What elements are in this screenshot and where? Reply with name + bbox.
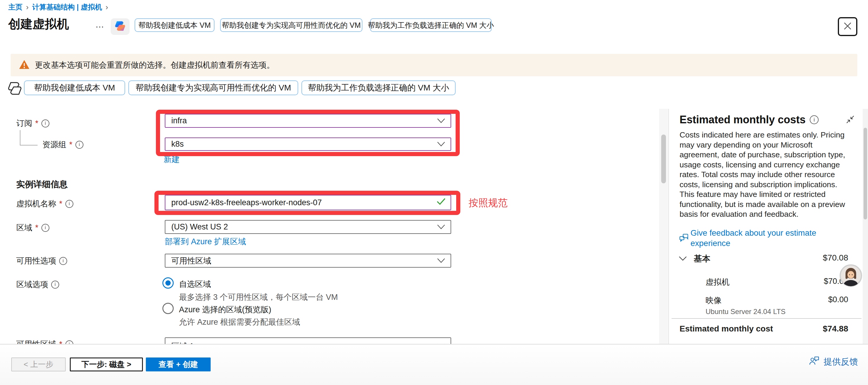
copilot-button[interactable] xyxy=(111,18,130,35)
copilot-suggestion-low-cost[interactable]: 帮助我创建低成本 VM xyxy=(134,18,215,32)
breadcrumb-section-link[interactable]: 计算基础结构 | 虚拟机 xyxy=(32,2,102,12)
previous-button[interactable]: < 上一步 xyxy=(11,357,66,372)
deploy-edge-zone-link[interactable]: 部署到 Azure 扩展区域 xyxy=(165,236,246,247)
chevron-down-icon[interactable] xyxy=(678,255,687,263)
copilot-suggestion-vm-size-2[interactable]: 帮助我为工作负载选择正确的 VM 大小 xyxy=(302,81,456,95)
chevron-down-icon xyxy=(437,116,445,125)
close-button[interactable] xyxy=(838,17,857,36)
cost-row-image-label: 映像 xyxy=(706,295,721,306)
info-icon[interactable] xyxy=(810,115,818,124)
footer-feedback-link[interactable]: 提供反馈 xyxy=(809,356,858,368)
instance-details-heading: 实例详细信息 xyxy=(16,179,68,190)
avatar[interactable] xyxy=(839,264,862,287)
panel-scrollbar-thumb[interactable] xyxy=(864,128,867,219)
info-icon[interactable] xyxy=(41,120,50,127)
info-icon[interactable] xyxy=(41,224,50,232)
cost-group-value: $70.08 xyxy=(823,253,848,263)
cost-total-label: Estimated monthly cost xyxy=(680,324,773,333)
subscription-label: 订阅* xyxy=(16,118,50,129)
chevron-down-icon xyxy=(437,256,445,265)
copilot-suggestion-high-availability-2[interactable]: 帮助我创建专为实现高可用性而优化的 VM xyxy=(128,81,298,95)
more-options-button[interactable]: … xyxy=(95,20,105,30)
zone-option1-desc: 最多选择 3 个可用性区域，每个区域一台 VM xyxy=(179,292,338,302)
create-new-resource-group-link[interactable]: 新建 xyxy=(164,154,180,165)
main-scrollbar-thumb[interactable] xyxy=(661,134,666,183)
review-create-button[interactable]: 查看 + 创建 xyxy=(146,357,211,372)
info-icon[interactable] xyxy=(51,281,59,289)
breadcrumb: 主页 计算基础结构 | 虚拟机 xyxy=(8,2,108,12)
zone-option1-label[interactable]: 自选区域 xyxy=(179,279,211,289)
cost-panel-description: Costs indicated here are estimates only.… xyxy=(680,130,848,219)
chevron-right-icon xyxy=(105,3,108,12)
copilot-suggestion-vm-size[interactable]: 帮助我为工作负载选择正确的 VM 大小 xyxy=(370,18,492,32)
cost-total-divider xyxy=(672,318,862,319)
cost-panel-title: Estimated monthly costs xyxy=(680,114,818,126)
chevron-right-icon xyxy=(26,3,29,12)
feedback-person-icon xyxy=(809,356,819,368)
radio-self-selected-zone[interactable] xyxy=(162,277,174,289)
cost-row-image-value: $0.00 xyxy=(828,295,848,304)
copilot-outline-icon xyxy=(7,81,23,96)
cost-row-image-sub: Ubuntu Server 24.04 LTS xyxy=(706,308,785,316)
radio-azure-selected-zone[interactable] xyxy=(162,303,174,314)
vm-name-input[interactable]: prod-usw2-k8s-freeleaps-worker-nodes-07 xyxy=(165,195,451,210)
zone-options-label: 区域选项 xyxy=(16,279,59,290)
warning-icon xyxy=(19,60,30,71)
create-vm-page: 主页 计算基础结构 | 虚拟机 创建虚拟机 … 帮助我创建低成本 VM xyxy=(0,0,868,385)
vm-name-label: 虚拟机名称* xyxy=(16,198,73,209)
cost-row-vm-label: 虚拟机 xyxy=(706,277,730,287)
copilot-icon xyxy=(114,20,126,33)
chevron-down-icon xyxy=(437,222,445,231)
resource-group-dropdown[interactable]: k8s xyxy=(165,137,451,151)
availability-options-label: 可用性选项 xyxy=(16,255,67,266)
copilot-suggestion-high-availability[interactable]: 帮助我创建专为实现高可用性而优化的 VM xyxy=(220,18,363,32)
annotation-text: 按照规范 xyxy=(469,196,508,210)
subscription-dropdown[interactable]: infra xyxy=(165,114,451,128)
resource-group-label: 资源组* xyxy=(42,139,84,150)
warning-banner: 更改基本选项可能会重置所做的选择。创建虚拟机前查看所有选项。 xyxy=(11,54,857,76)
info-icon[interactable] xyxy=(75,141,84,149)
collapse-panel-icon[interactable] xyxy=(845,115,855,125)
valid-check-icon xyxy=(436,198,446,207)
chevron-down-icon xyxy=(437,139,445,149)
copilot-suggestion-low-cost-2[interactable]: 帮助我创建低成本 VM xyxy=(24,81,125,95)
estimate-feedback-link[interactable]: Give feedback about your estimate experi… xyxy=(690,228,850,248)
radio-dot xyxy=(165,280,171,286)
info-icon[interactable] xyxy=(59,257,67,265)
footer-bar: < 上一步 下一步: 磁盘 > 查看 + 创建 提供反馈 xyxy=(0,344,868,385)
close-icon xyxy=(842,21,852,32)
breadcrumb-home-link[interactable]: 主页 xyxy=(8,2,23,12)
cost-total-value: $74.88 xyxy=(823,324,848,333)
tree-connector xyxy=(20,145,38,146)
warning-text: 更改基本选项可能会重置所做的选择。创建虚拟机前查看所有选项。 xyxy=(35,60,275,70)
page-title: 创建虚拟机 xyxy=(8,16,69,32)
zone-option2-desc: 允许 Azure 根据需要分配最佳区域 xyxy=(179,317,300,327)
tree-connector xyxy=(20,130,21,146)
panel-divider-vertical xyxy=(668,109,669,344)
region-dropdown[interactable]: (US) West US 2 xyxy=(165,220,451,234)
availability-options-dropdown[interactable]: 可用性区域 xyxy=(165,254,451,267)
zone-option2-label[interactable]: Azure 选择的区域(预览版) xyxy=(179,304,271,315)
next-disks-button[interactable]: 下一步: 磁盘 > xyxy=(70,357,143,372)
info-icon[interactable] xyxy=(65,200,73,208)
feedback-bubbles-icon xyxy=(679,233,689,244)
cost-group-label[interactable]: 基本 xyxy=(694,253,710,264)
region-label: 区域* xyxy=(16,222,50,233)
